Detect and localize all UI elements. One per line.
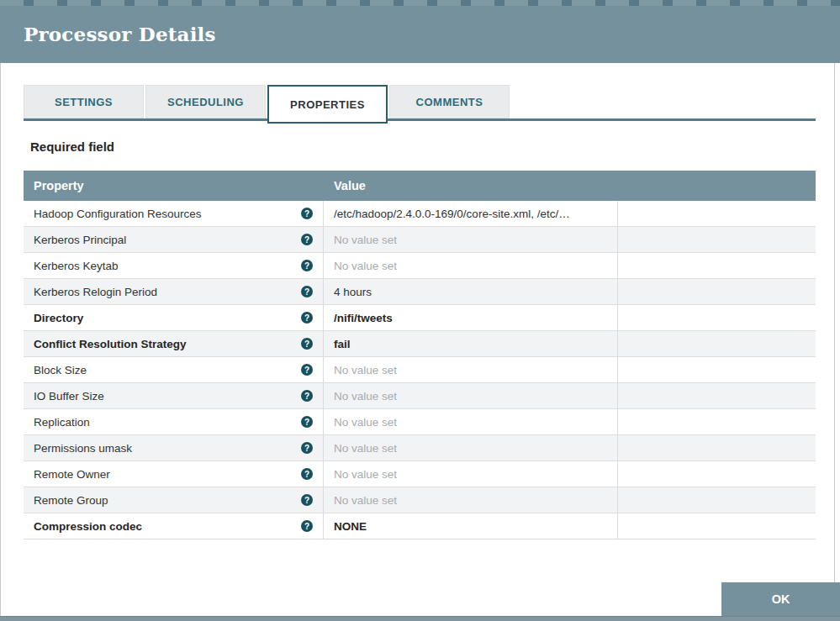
property-name: Remote Group [34,494,108,507]
empty-cell [618,435,816,460]
empty-cell [618,279,816,304]
property-cell: Replication ? [24,409,324,434]
tab-label: PROPERTIES [290,98,365,111]
property-cell: Directory ? [24,305,324,330]
column-header-property: Property [24,179,324,192]
property-cell: IO Buffer Size ? [24,383,324,408]
empty-cell [618,253,816,278]
dialog-title: Processor Details [24,23,216,45]
property-value: 4 hours [334,286,372,298]
value-cell: No value set [324,227,618,252]
property-name: Kerberos Relogin Period [34,286,157,298]
property-name: Conflict Resolution Strategy [34,338,187,350]
property-value: /nifi/tweets [334,312,393,324]
question-circle-icon[interactable]: ? [301,442,313,454]
tab-label: SCHEDULING [167,96,244,108]
property-name: Directory [34,312,83,324]
value-cell: fail [324,331,618,356]
value-cell: /etc/hadoop/2.4.0.0-169/0/core-site.xml,… [324,201,618,226]
dialog-bottom-strip [0,616,840,621]
property-name: Replication [34,416,90,429]
tab-properties[interactable]: PROPERTIES [267,85,388,124]
empty-cell [618,409,816,434]
question-circle-icon[interactable]: ? [301,338,313,350]
question-circle-icon[interactable]: ? [301,234,313,245]
question-circle-icon[interactable]: ? [301,260,313,271]
property-value: No value set [334,364,397,376]
tab-scheduling[interactable]: SCHEDULING [145,85,266,118]
property-name: Compression codec [34,520,142,533]
property-value: NONE [334,520,367,533]
property-cell: Kerberos Keytab ? [24,253,324,278]
value-cell: No value set [324,435,618,460]
value-cell: 4 hours [324,279,618,304]
property-name: Kerberos Principal [34,234,126,246]
dialog-left-border [0,63,1,616]
table-header-row: Property Value [24,171,816,201]
tab-strip: SETTINGS SCHEDULING PROPERTIES COMMENTS [24,85,510,124]
table-row: Conflict Resolution Strategy ? fail [24,331,816,357]
property-name: Remote Owner [34,468,110,481]
question-circle-icon[interactable]: ? [301,208,313,219]
question-circle-icon[interactable]: ? [301,520,313,532]
table-row: Block Size ? No value set [24,357,816,383]
table-row: Hadoop Configuration Resources ? /etc/ha… [24,201,816,227]
table-row: Compression codec ? NONE [24,513,816,539]
property-value: No value set [334,416,397,429]
property-cell: Kerberos Principal ? [24,227,324,252]
value-cell: No value set [324,487,618,513]
property-name: Block Size [34,364,87,376]
property-name: Kerberos Keytab [34,260,119,272]
table-row: Permissions umask ? No value set [24,435,816,461]
ok-button[interactable]: OK [721,582,840,616]
property-value: No value set [334,234,397,246]
property-value: No value set [334,494,397,507]
property-cell: Block Size ? [24,357,324,382]
question-circle-icon[interactable]: ? [301,416,313,428]
table-row: Kerberos Keytab ? No value set [24,253,816,279]
value-cell: NONE [324,513,618,539]
property-name: Hadoop Configuration Resources [34,208,202,220]
empty-cell [618,331,816,356]
processor-details-dialog: Processor Details SETTINGS SCHEDULING PR… [0,0,840,621]
empty-cell [618,383,816,408]
tab-comments[interactable]: COMMENTS [389,85,510,118]
background-toolbar-strip [0,0,840,6]
table-row: Kerberos Principal ? No value set [24,227,816,253]
value-cell: No value set [324,253,618,278]
property-cell: Kerberos Relogin Period ? [24,279,324,304]
empty-cell [618,357,816,382]
dialog-right-border [834,63,835,616]
property-cell: Hadoop Configuration Resources ? [24,201,324,226]
property-name: Permissions umask [34,442,132,455]
empty-cell [618,201,816,226]
table-row: Remote Group ? No value set [24,487,816,513]
question-circle-icon[interactable]: ? [301,468,313,480]
value-cell: No value set [324,383,618,408]
property-value: No value set [334,390,397,403]
table-body: Hadoop Configuration Resources ? /etc/ha… [24,201,816,539]
property-cell: Conflict Resolution Strategy ? [24,331,324,356]
question-circle-icon[interactable]: ? [301,364,313,376]
tab-bar: SETTINGS SCHEDULING PROPERTIES COMMENTS [24,85,816,124]
empty-cell [618,461,816,487]
table-row: Directory ? /nifi/tweets [24,305,816,331]
question-circle-icon[interactable]: ? [301,390,313,402]
question-circle-icon[interactable]: ? [301,312,313,324]
question-circle-icon[interactable]: ? [301,286,313,297]
property-value: No value set [334,442,397,455]
tab-settings[interactable]: SETTINGS [24,85,144,118]
property-value: No value set [334,260,397,272]
property-value: fail [334,338,351,350]
property-name: IO Buffer Size [34,390,104,403]
table-row: Remote Owner ? No value set [24,461,816,487]
properties-table: Property Value Hadoop Configuration Reso… [24,171,816,539]
value-cell: /nifi/tweets [324,305,618,330]
value-cell: No value set [324,461,618,487]
property-value: /etc/hadoop/2.4.0.0-169/0/core-site.xml,… [334,208,570,220]
empty-cell [618,305,816,330]
value-cell: No value set [324,409,618,434]
question-circle-icon[interactable]: ? [301,494,313,506]
tab-label: SETTINGS [55,96,113,108]
property-cell: Remote Group ? [24,487,324,513]
